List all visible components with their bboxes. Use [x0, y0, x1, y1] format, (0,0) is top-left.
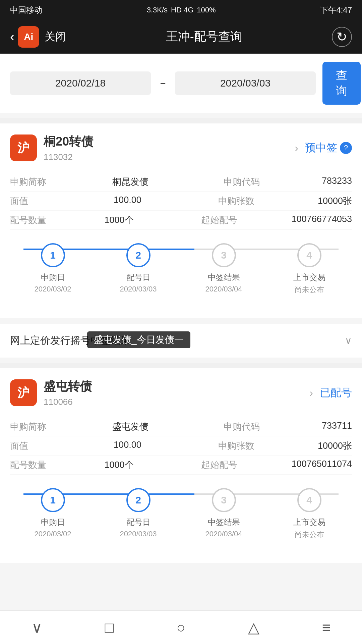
nav-menu-icon[interactable]: ≡ [322, 619, 331, 636]
info-row-2-2: 面值 100.00 申购张数 10000张 [10, 436, 352, 455]
timeline-1: 1 申购日 2020/03/02 2 配号日 2020/03/03 3 中签结果… [10, 236, 352, 298]
value-sub-sheets-1: 10000张 [318, 195, 352, 207]
step-circle-2-1: 1 [41, 488, 65, 512]
bond-chevron-2[interactable]: › [309, 387, 313, 399]
battery-label: 100% [197, 6, 216, 14]
step-label-2-3: 中签结果 [208, 517, 240, 528]
overlay-popup-1: 盛屯发债_今日发债一 [87, 331, 190, 348]
step-label-2-1: 申购日 [41, 517, 65, 528]
value-start-num-2: 100765011074 [292, 459, 352, 471]
divider-2 [0, 363, 362, 368]
bond-code-2: 110066 [44, 397, 309, 407]
step-circle-2-3: 3 [212, 488, 236, 512]
step-1-1: 1 申购日 2020/03/02 [10, 243, 96, 293]
step-circle-1-1: 1 [41, 243, 65, 267]
nav-square-icon[interactable]: □ [105, 619, 114, 636]
label-allot-count-1: 配号数量 [10, 214, 50, 226]
step-date-1-2: 2020/03/03 [120, 285, 157, 293]
step-1-4: 4 上市交易 尚未公布 [266, 243, 352, 295]
close-button[interactable]: 关闭 [45, 30, 66, 44]
step-2-2: 2 配号日 2020/03/03 [96, 488, 181, 538]
bond-name-2: 盛屯转债 [44, 378, 309, 395]
exchange-label-2: 沪 [17, 385, 29, 401]
refresh-button[interactable]: ↻ [332, 27, 352, 47]
help-icon-1[interactable]: ? [340, 142, 352, 154]
nav-down-icon[interactable]: ∨ [32, 619, 42, 636]
step-date-1-3: 2020/03/04 [205, 285, 242, 293]
back-button[interactable]: ‹ [10, 29, 14, 44]
value-start-num-1: 100766774053 [292, 214, 352, 226]
info-row-1-3: 配号数量 1000个 起始配号 100766774053 [10, 211, 352, 230]
value-allot-count-1: 1000个 [105, 214, 134, 226]
date-separator: － [158, 76, 168, 91]
step-date-2-2: 2020/03/03 [120, 530, 157, 538]
speed-label: 3.3K/s [147, 6, 168, 14]
step-label-2-2: 配号日 [126, 517, 150, 528]
step-circle-1-3: 3 [212, 243, 236, 267]
label-face-value-2: 面值 [10, 440, 50, 452]
date-filter: － 查询 [0, 54, 362, 113]
label-start-num-1: 起始配号 [188, 214, 237, 226]
step-label-1-4: 上市交易 [293, 272, 325, 283]
bond-name-block-1: 桐20转债 113032 [44, 133, 295, 162]
nav-home-icon[interactable]: ○ [176, 619, 185, 636]
query-button[interactable]: 查询 [322, 62, 361, 105]
logo-text: Ai [24, 32, 33, 42]
bond-status-2: 已配号 [320, 385, 352, 400]
label-sub-sheets-2: 申购张数 [205, 440, 254, 452]
exchange-label-1: 沪 [17, 140, 29, 156]
network-label: HD 4G [171, 6, 193, 14]
carrier-label: 中国移动 [10, 5, 42, 15]
step-label-1-2: 配号日 [126, 272, 150, 283]
bond-header-2: 沪 盛屯转债 110066 › 已配号 [10, 378, 352, 407]
step-circle-2-2: 2 [126, 488, 150, 512]
step-circle-1-4: 4 [297, 243, 321, 267]
step-circle-2-4: 4 [297, 488, 321, 512]
timeline-2: 1 申购日 2020/03/02 2 配号日 2020/03/03 3 中签结果… [10, 481, 352, 543]
info-row-2-3: 配号数量 1000个 起始配号 100765011074 [10, 455, 352, 475]
label-subscription-code-1: 申购代码 [210, 176, 260, 188]
info-row-1-1: 申购简称 桐昆发债 申购代码 783233 [10, 172, 352, 192]
info-row-1-2: 面值 100.00 申购张数 10000张 [10, 192, 352, 211]
divider [0, 118, 362, 123]
bond-chevron-1[interactable]: › [295, 142, 298, 154]
bond-header-1: 沪 桐20转债 113032 › 预中签 ? [10, 133, 352, 162]
value-face-value-1: 100.00 [114, 195, 141, 207]
label-face-value-1: 面值 [10, 195, 50, 207]
label-subscription-code-2: 申购代码 [210, 421, 260, 433]
start-date-input[interactable] [10, 71, 151, 95]
accordion-chevron-icon-1: ∨ [345, 335, 352, 346]
value-subscription-code-1: 783233 [322, 176, 352, 188]
value-subscription-abbr-1: 桐昆发债 [112, 176, 148, 188]
step-label-1-3: 中签结果 [208, 272, 240, 283]
step-label-1-1: 申购日 [41, 272, 65, 283]
timeline-steps-1: 1 申购日 2020/03/02 2 配号日 2020/03/03 3 中签结果… [10, 236, 352, 298]
step-2-4: 4 上市交易 尚未公布 [266, 488, 352, 540]
value-allot-count-2: 1000个 [105, 459, 134, 471]
info-row-2-1: 申购简称 盛屯发债 申购代码 733711 [10, 417, 352, 436]
end-date-input[interactable] [175, 71, 316, 95]
status-center: 3.3K/s HD 4G 100% [147, 6, 216, 14]
step-label-2-4: 上市交易 [293, 517, 325, 528]
value-subscription-code-2: 733711 [322, 421, 352, 433]
label-allot-count-2: 配号数量 [10, 459, 50, 471]
value-sub-sheets-2: 10000张 [318, 440, 352, 452]
step-date-2-3: 2020/03/04 [205, 530, 242, 538]
bond-code-1: 113032 [44, 152, 295, 162]
step-1-3: 3 中签结果 2020/03/04 [181, 243, 266, 293]
nav-back-icon[interactable]: △ [248, 619, 259, 636]
step-1-2: 2 配号日 2020/03/03 [96, 243, 181, 293]
bond-card-2: 沪 盛屯转债 110066 › 已配号 申购简称 盛屯发债 申购代码 73371… [0, 368, 362, 563]
bond-card-1: 沪 桐20转债 113032 › 预中签 ? 申购简称 桐昆发债 申购代码 78… [0, 123, 362, 318]
label-sub-sheets-1: 申购张数 [205, 195, 254, 207]
value-subscription-abbr-2: 盛屯发债 [112, 421, 148, 433]
bottom-nav: ∨ □ ○ △ ≡ [0, 610, 362, 644]
step-date-2-1: 2020/03/02 [34, 530, 71, 538]
label-subscription-abbr-1: 申购简称 [10, 176, 50, 188]
timeline-steps-2: 1 申购日 2020/03/02 2 配号日 2020/03/03 3 中签结果… [10, 481, 352, 543]
bond-name-block-2: 盛屯转债 110066 [44, 378, 309, 407]
page-title: 王冲-配号查询 [76, 29, 332, 45]
step-date-2-4: 尚未公布 [295, 530, 324, 540]
app-logo: Ai [18, 26, 39, 48]
step-2-3: 3 中签结果 2020/03/04 [181, 488, 266, 538]
